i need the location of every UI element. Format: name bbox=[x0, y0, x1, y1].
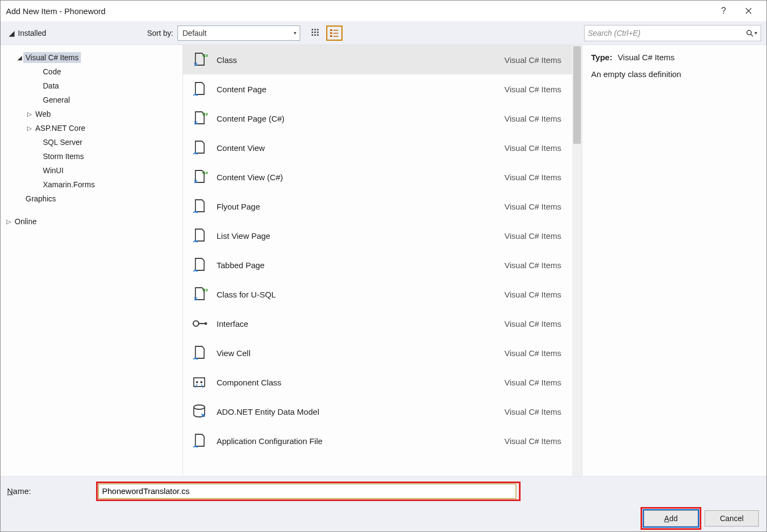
svg-rect-4 bbox=[317, 29, 319, 30]
template-icon bbox=[189, 343, 209, 363]
template-item[interactable]: C#Content View (C#)Visual C# Items bbox=[183, 162, 572, 192]
template-icon: C# bbox=[189, 284, 209, 304]
template-group: Visual C# Items bbox=[504, 55, 561, 65]
template-list[interactable]: C#ClassVisual C# ItemsContent PageVisual… bbox=[183, 45, 572, 476]
help-button[interactable]: ? bbox=[711, 2, 736, 20]
template-item[interactable]: C#Class for U-SQLVisual C# Items bbox=[183, 280, 572, 309]
svg-rect-10 bbox=[317, 34, 319, 36]
template-item[interactable]: View CellVisual C# Items bbox=[183, 338, 572, 368]
type-line: Type: Visual C# Items bbox=[591, 53, 758, 62]
close-icon bbox=[745, 8, 752, 14]
chevron-right-icon: ▷ bbox=[5, 218, 12, 225]
svg-rect-14 bbox=[333, 33, 338, 34]
tree-item-graphics[interactable]: Graphics bbox=[1, 192, 182, 206]
svg-rect-15 bbox=[330, 35, 332, 37]
template-name: Class for U-SQL bbox=[217, 290, 497, 299]
list-icon bbox=[329, 28, 339, 38]
template-icon bbox=[189, 314, 209, 333]
template-name: Interface bbox=[217, 319, 497, 328]
svg-rect-24 bbox=[195, 211, 197, 213]
template-item[interactable]: Flyout PageVisual C# Items bbox=[183, 192, 572, 221]
tree-item[interactable]: ▷Web bbox=[1, 107, 182, 121]
template-item[interactable]: Content ViewVisual C# Items bbox=[183, 133, 572, 162]
svg-point-33 bbox=[196, 381, 198, 383]
view-toggle bbox=[308, 26, 343, 41]
search-input[interactable] bbox=[588, 29, 746, 37]
template-group: Visual C# Items bbox=[504, 173, 561, 182]
svg-text:C#: C# bbox=[202, 53, 208, 58]
template-item[interactable]: Application Configuration FileVisual C# … bbox=[183, 426, 572, 455]
template-name: Content View bbox=[217, 143, 497, 153]
template-icon: C# bbox=[189, 109, 209, 128]
view-list-button[interactable] bbox=[326, 26, 343, 41]
svg-rect-2 bbox=[312, 29, 313, 30]
details-pane: Type: Visual C# Items An empty class def… bbox=[582, 45, 766, 476]
sort-dropdown[interactable]: Default ▾ bbox=[178, 26, 300, 41]
add-button[interactable]: Add bbox=[644, 510, 698, 527]
tree-label: WinUI bbox=[41, 165, 66, 176]
installed-header[interactable]: ◢ Installed bbox=[6, 29, 135, 37]
close-button[interactable] bbox=[736, 2, 761, 20]
template-icon: C# bbox=[189, 167, 209, 187]
svg-rect-31 bbox=[195, 358, 197, 359]
description: An empty class definition bbox=[591, 69, 758, 79]
svg-rect-3 bbox=[314, 29, 316, 30]
view-tiles-button[interactable] bbox=[308, 26, 324, 41]
svg-text:C#: C# bbox=[202, 170, 208, 175]
svg-point-35 bbox=[194, 405, 205, 409]
svg-line-18 bbox=[751, 34, 753, 36]
chevron-right-icon: ▷ bbox=[26, 111, 33, 118]
template-item[interactable]: InterfaceVisual C# Items bbox=[183, 309, 572, 338]
template-group: Visual C# Items bbox=[504, 85, 561, 94]
template-name: List View Page bbox=[217, 231, 497, 240]
scrollbar-thumb[interactable] bbox=[573, 46, 581, 144]
name-input[interactable] bbox=[98, 484, 516, 499]
tree-label: SQL Server bbox=[41, 137, 85, 148]
search-icon[interactable]: ▾ bbox=[746, 29, 757, 37]
template-group: Visual C# Items bbox=[504, 290, 561, 299]
svg-rect-13 bbox=[330, 32, 332, 34]
tree-label: ASP.NET Core bbox=[33, 123, 87, 134]
name-input-wrap bbox=[98, 484, 516, 499]
template-item[interactable]: Component ClassVisual C# Items bbox=[183, 368, 572, 397]
tree-item-online[interactable]: ▷ Online bbox=[1, 214, 182, 229]
template-item[interactable]: C#Content Page (C#)Visual C# Items bbox=[183, 104, 572, 133]
svg-text:C#: C# bbox=[202, 112, 208, 117]
template-item[interactable]: Content PageVisual C# Items bbox=[183, 74, 572, 104]
template-item[interactable]: Tabbed PageVisual C# Items bbox=[183, 250, 572, 280]
tree-item[interactable]: SQL Server bbox=[1, 135, 182, 149]
tree-item[interactable]: Xamarin.Forms bbox=[1, 178, 182, 192]
tree-label: Xamarin.Forms bbox=[41, 179, 97, 190]
template-item[interactable]: ADO.NET Entity Data ModelVisual C# Items bbox=[183, 397, 572, 426]
template-group: Visual C# Items bbox=[504, 231, 561, 240]
tree-item[interactable]: ▷ASP.NET Core bbox=[1, 121, 182, 135]
name-bar: Name: bbox=[1, 476, 766, 505]
tree-item[interactable]: Data bbox=[1, 79, 182, 93]
template-name: ADO.NET Entity Data Model bbox=[217, 407, 497, 416]
template-group: Visual C# Items bbox=[504, 202, 561, 211]
cancel-button[interactable]: Cancel bbox=[705, 510, 759, 527]
main-area: ◢ Visual C# Items CodeDataGeneral▷Web▷AS… bbox=[1, 45, 766, 476]
scrollbar[interactable] bbox=[572, 45, 582, 476]
tree-label: Online bbox=[12, 216, 39, 227]
tree-item[interactable]: Code bbox=[1, 65, 182, 79]
search-box[interactable]: ▾ bbox=[584, 25, 761, 41]
tree-item[interactable]: General bbox=[1, 93, 182, 107]
tree-item[interactable]: WinUI bbox=[1, 163, 182, 178]
svg-point-17 bbox=[747, 30, 751, 35]
tree-label: Code bbox=[41, 66, 63, 77]
svg-rect-6 bbox=[314, 31, 316, 33]
tree-item[interactable]: Storm Items bbox=[1, 149, 182, 163]
button-bar: Add Cancel bbox=[1, 505, 766, 531]
template-list-wrap: C#ClassVisual C# ItemsContent PageVisual… bbox=[183, 45, 582, 476]
template-item[interactable]: C#ClassVisual C# Items bbox=[183, 45, 572, 74]
template-item[interactable]: List View PageVisual C# Items bbox=[183, 221, 572, 250]
svg-rect-5 bbox=[312, 31, 313, 33]
sort-by-label: Sort by: bbox=[147, 29, 173, 37]
tree-item-csharp[interactable]: ◢ Visual C# Items bbox=[1, 50, 182, 65]
tiles-icon bbox=[311, 28, 321, 38]
svg-rect-7 bbox=[317, 31, 319, 33]
svg-rect-36 bbox=[195, 446, 197, 447]
template-icon bbox=[189, 197, 209, 216]
chevron-down-icon: ◢ bbox=[16, 54, 23, 61]
